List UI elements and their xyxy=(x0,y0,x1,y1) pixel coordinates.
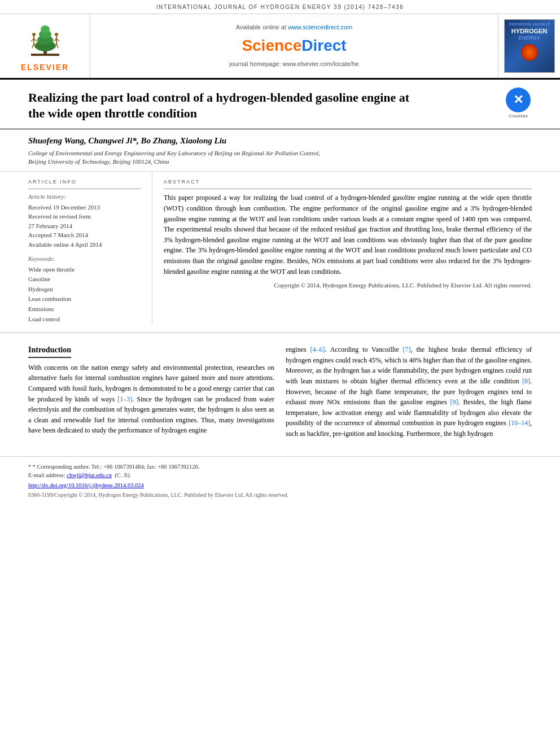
sciencedirect-url[interactable]: www.sciencedirect.com xyxy=(288,24,352,30)
intro-right-text: engines [4–6]. According to Vancoillie [… xyxy=(286,344,532,439)
corresponding-label: * Corresponding author. xyxy=(33,464,90,470)
ref-7[interactable]: [7] xyxy=(403,346,411,353)
affiliation: College of Environmental and Energy Engi… xyxy=(28,149,532,167)
elsevier-label: ELSEVIER xyxy=(20,62,71,73)
corresponding-author-note: * * Corresponding author. Tel.: +86 1067… xyxy=(28,462,532,480)
cover-circle-graphic xyxy=(521,44,538,61)
svg-point-6 xyxy=(32,33,36,36)
intro-left-text: With concerns on the nation energy safet… xyxy=(28,362,274,436)
cover-international: International Journal of xyxy=(509,22,549,27)
email-label: E-mail address: xyxy=(28,472,65,478)
doi-link[interactable]: http://dx.doi.org/10.1016/j.ijhydene.201… xyxy=(28,482,144,488)
body-content: Introduction With concerns on the nation… xyxy=(0,333,560,450)
article-info-col: ARTICLE INFO Article history: Received 1… xyxy=(28,172,152,324)
abstract-col: ABSTRACT This paper proposed a way for r… xyxy=(152,172,532,324)
journal-header-text: INTERNATIONAL JOURNAL OF HYDROGEN ENERGY… xyxy=(156,4,404,10)
abstract-text: This paper proposed a way for realizing … xyxy=(164,193,532,277)
authors: Shuofeng Wang, Changwei Ji*, Bo Zhang, X… xyxy=(28,135,532,147)
journal-cover-area: International Journal of HYDROGEN ENERGY xyxy=(498,14,560,78)
keyword-1: Wide open throttle xyxy=(28,265,141,275)
journal-top-header: INTERNATIONAL JOURNAL OF HYDROGEN ENERGY… xyxy=(0,0,560,14)
corresponding-contact: Tel.: +86 1067391484; fax: +86 106739212… xyxy=(91,464,200,470)
available-online-text: Available online at www.sciencedirect.co… xyxy=(236,23,352,32)
elsevier-tree-icon xyxy=(20,19,71,57)
elsevier-logo-area: ELSEVIER xyxy=(0,14,90,78)
svg-point-12 xyxy=(55,33,58,36)
email-suffix: (C. Ji). xyxy=(115,472,131,478)
authors-section: Shuofeng Wang, Changwei Ji*, Bo Zhang, X… xyxy=(0,129,560,172)
ref-10-14[interactable]: [10–14] xyxy=(509,419,530,427)
cover-energy: ENERGY xyxy=(518,34,540,42)
keyword-6: Load control xyxy=(28,314,141,325)
footer-issn: 0360-3199/Copyright © 2014, Hydrogen Ene… xyxy=(28,491,532,499)
journal-homepage: journal homepage: www.elsevier.com/locat… xyxy=(229,60,358,68)
available-online-date: Available online 4 April 2014 xyxy=(28,240,141,250)
abstract-label: ABSTRACT xyxy=(164,178,532,186)
keyword-4: Lean combustion xyxy=(28,294,141,304)
footnote-star: * xyxy=(28,464,33,470)
svg-point-5 xyxy=(41,25,50,33)
crossmark-area[interactable]: ✕ CrossMark xyxy=(505,90,532,117)
sciencedirect-area: Available online at www.sciencedirect.co… xyxy=(90,14,498,78)
history-label: Article history: xyxy=(28,193,141,201)
received-date: Received 19 December 2013 xyxy=(28,203,141,212)
introduction-heading: Introduction xyxy=(28,344,71,358)
keyword-2: Gasoline xyxy=(28,274,141,285)
sciencedirect-logo: ScienceDirect xyxy=(242,34,346,56)
article-info-abstract-section: ARTICLE INFO Article history: Received 1… xyxy=(0,172,560,333)
journal-cover: International Journal of HYDROGEN ENERGY xyxy=(504,19,555,73)
article-title: Realizing the part load control of a hyd… xyxy=(28,90,423,122)
article-info-label: ARTICLE INFO xyxy=(28,178,141,186)
crossmark-icon: ✕ xyxy=(506,88,531,112)
revised-date: 27 February 2014 xyxy=(28,221,141,231)
abstract-copyright: Copyright © 2014, Hydrogen Energy Public… xyxy=(164,281,532,290)
crossmark-label: CrossMark xyxy=(506,113,531,119)
svg-rect-1 xyxy=(31,54,59,56)
svg-line-17 xyxy=(56,43,58,48)
header-area: ELSEVIER Available online at www.science… xyxy=(0,14,560,80)
accepted-date: Accepted 7 March 2014 xyxy=(28,230,141,240)
doi-link-area: http://dx.doi.org/10.1016/j.ijhydene.201… xyxy=(28,482,532,490)
ref-8[interactable]: [8] xyxy=(522,377,530,385)
keywords-label: Keywords: xyxy=(28,255,141,263)
ref-9[interactable]: [9] xyxy=(450,398,458,406)
footer-section: * * Corresponding author. Tel.: +86 1067… xyxy=(0,456,560,503)
ref-1-3[interactable]: [1–3] xyxy=(117,395,132,403)
ref-4-6[interactable]: [4–6] xyxy=(310,346,325,353)
elsevier-logo: ELSEVIER xyxy=(20,19,71,73)
intro-right-col: engines [4–6]. According to Vancoillie [… xyxy=(286,344,532,439)
title-section: Realizing the part load control of a hyd… xyxy=(0,80,560,129)
keyword-3: Hydrogen xyxy=(28,285,141,295)
received-revised-label: Received in revised form xyxy=(28,212,141,221)
keyword-5: Emissions xyxy=(28,304,141,314)
intro-left-col: Introduction With concerns on the nation… xyxy=(28,344,274,439)
email-link[interactable]: chwji@bjut.edu.cn xyxy=(67,472,112,478)
cover-hydrogen: HYDROGEN xyxy=(511,28,548,34)
svg-line-10 xyxy=(32,43,34,48)
